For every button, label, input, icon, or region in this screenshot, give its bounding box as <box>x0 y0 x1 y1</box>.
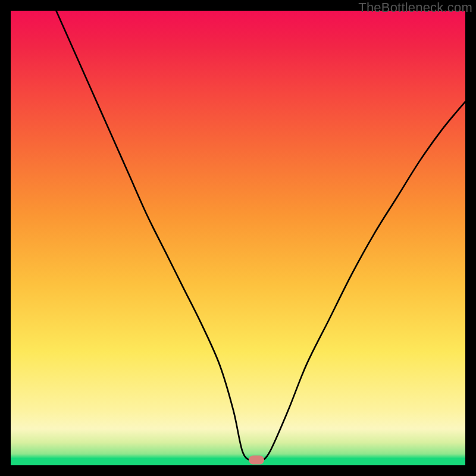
watermark-label: TheBottleneck.com <box>358 0 472 15</box>
optimum-marker <box>249 455 264 464</box>
bottleneck-curve <box>11 11 465 465</box>
plot-area <box>11 11 465 465</box>
chart-frame: TheBottleneck.com <box>0 0 476 476</box>
